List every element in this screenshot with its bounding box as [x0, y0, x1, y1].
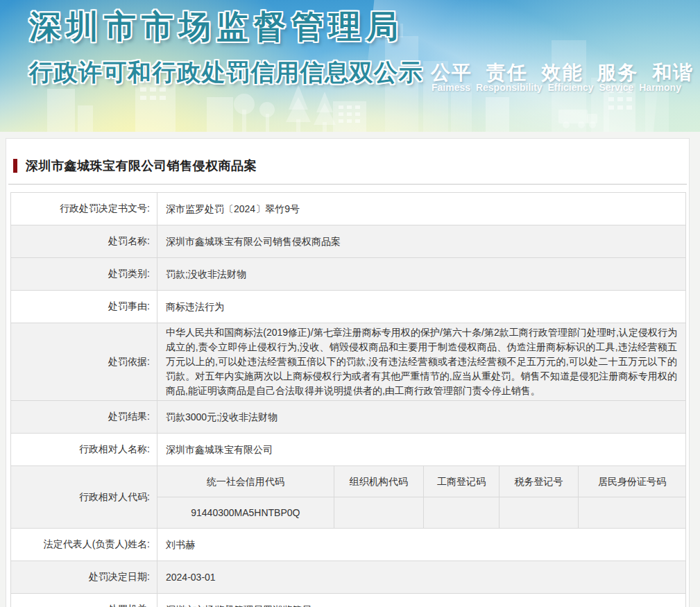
table-row: 处罚决定日期: 2024-03-01: [11, 561, 686, 594]
code-header-cell: 统一社会信用代码: [157, 466, 334, 497]
row-label: 处罚事由:: [11, 291, 157, 323]
site-subtitle: 行政许可和行政处罚信用信息双公示: [29, 57, 423, 89]
row-value: 罚款3000元;没收非法财物: [157, 401, 686, 434]
row-value: 深圳市鑫城珠宝有限公司: [157, 434, 686, 466]
code-header-cell: 税务登记号: [499, 466, 578, 497]
row-value: 深圳市鑫城珠宝有限公司销售侵权商品案: [157, 225, 686, 258]
table-row: 处罚事由: 商标违法行为: [11, 291, 686, 323]
title-marker-bar: [13, 159, 17, 173]
code-header-row: 统一社会信用代码 组织机构代码 工商登记码 税务登记号 居民身份证号码: [157, 466, 685, 497]
row-label: 行政相对人代码:: [11, 466, 157, 529]
row-value: 中华人民共和国商标法(2019修正)/第七章注册商标专用权的保护/第六十条/第2…: [157, 323, 686, 401]
code-header-cell: 组织机构代码: [334, 466, 423, 497]
row-value: 刘书赫: [157, 529, 686, 561]
row-label: 处罚机关:: [11, 594, 157, 607]
row-value: 商标违法行为: [157, 291, 686, 323]
code-value-cell: 91440300MA5HNTBP0Q: [157, 497, 334, 529]
row-value: 深市监罗处罚〔2024〕翠竹9号: [157, 193, 686, 225]
code-value-cell: [424, 497, 500, 529]
code-table: 统一社会信用代码 组织机构代码 工商登记码 税务登记号 居民身份证号码 9144…: [157, 466, 685, 528]
row-label: 法定代表人(负责人)姓名:: [11, 529, 157, 561]
row-label: 处罚依据:: [11, 323, 157, 401]
table-row: 处罚类别: 罚款;没收非法财物: [11, 258, 686, 291]
table-row: 法定代表人(负责人)姓名: 刘书赫: [11, 529, 686, 561]
row-label: 处罚类别:: [11, 258, 157, 291]
code-header-cell: 工商登记码: [424, 466, 500, 497]
row-label: 处罚决定日期:: [11, 561, 157, 594]
table-row: 处罚依据: 中华人民共和国商标法(2019修正)/第七章注册商标专用权的保护/第…: [11, 323, 686, 401]
header-banner: 深圳市市场监督管理局 行政许可和行政处罚信用信息双公示 公平 责任 效能 服务 …: [0, 0, 700, 132]
code-header-cell: 居民身份证号码: [579, 466, 686, 497]
code-value-row: 91440300MA5HNTBP0Q: [157, 497, 685, 529]
table-row: 行政相对人名称: 深圳市鑫城珠宝有限公司: [11, 434, 686, 466]
row-label: 行政处罚决定书文号:: [11, 193, 157, 225]
table-row: 处罚机关: 深圳市市场监督管理局罗湖监管局: [11, 594, 686, 607]
case-title: 深圳市鑫城珠宝有限公司销售侵权商品案: [13, 157, 689, 174]
code-value-cell: [579, 497, 686, 529]
code-value-cell: [499, 497, 578, 529]
row-label: 处罚名称:: [11, 225, 157, 258]
site-title: 深圳市市场监督管理局: [29, 6, 404, 49]
table-row-codes: 行政相对人代码: 统一社会信用代码 组织机构代码 工商登记码 税务登记号 居民身…: [11, 466, 686, 529]
row-value: 深圳市市场监督管理局罗湖监管局: [157, 594, 686, 607]
row-value: 统一社会信用代码 组织机构代码 工商登记码 税务登记号 居民身份证号码 9144…: [157, 466, 686, 529]
row-label: 处罚结果:: [11, 401, 157, 434]
title-divider: [8, 184, 687, 185]
slogan-english: Faimess Responsibility Efficiency Servic…: [432, 82, 681, 93]
penalty-info-table: 行政处罚决定书文号: 深市监罗处罚〔2024〕翠竹9号 处罚名称: 深圳市鑫城珠…: [10, 192, 686, 607]
code-value-cell: [334, 497, 423, 529]
case-title-text: 深圳市鑫城珠宝有限公司销售侵权商品案: [26, 157, 257, 174]
row-label: 行政相对人名称:: [11, 434, 157, 466]
table-row: 处罚结果: 罚款3000元;没收非法财物: [11, 401, 686, 434]
table-row: 行政处罚决定书文号: 深市监罗处罚〔2024〕翠竹9号: [11, 193, 686, 225]
row-value: 2024-03-01: [157, 561, 686, 594]
table-row: 处罚名称: 深圳市鑫城珠宝有限公司销售侵权商品案: [11, 225, 686, 258]
row-value: 罚款;没收非法财物: [157, 258, 686, 291]
content-card: 深圳市鑫城珠宝有限公司销售侵权商品案 行政处罚决定书文号: 深市监罗处罚〔202…: [6, 138, 690, 607]
